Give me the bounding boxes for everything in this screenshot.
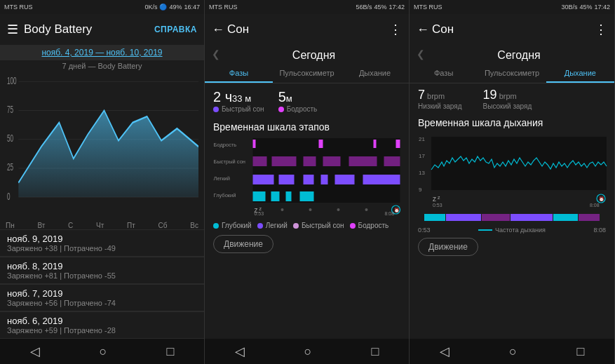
tab-pulse-2[interactable]: Пульсоксиметр: [273, 63, 341, 83]
menu-icon[interactable]: ☰: [7, 22, 18, 37]
nav-bar-2: ◁ ○ □: [205, 339, 409, 364]
battery-2: 45%: [374, 4, 386, 11]
svg-rect-61: [446, 214, 481, 221]
stat1-label: Быстрый сон: [213, 105, 264, 113]
more-button-3[interactable]: ⋮: [595, 22, 607, 37]
legend-light-dot: [257, 223, 263, 229]
svg-text:17: 17: [419, 153, 425, 159]
svg-text:⏰: ⏰: [394, 208, 400, 213]
help-button[interactable]: СПРАВКА: [154, 25, 197, 34]
svg-text:Легкий: Легкий: [214, 175, 231, 182]
list-date-2: нояб. 8, 2019: [7, 261, 197, 271]
top-bar-1: ☰ Body Battery СПРАВКА: [0, 14, 204, 45]
list-item-1[interactable]: нояб. 9, 2019 Заряжено +38 | Потрачено -…: [0, 229, 204, 257]
tab-pulse-3[interactable]: Пульсоксиметр: [478, 63, 546, 83]
list-sub-2: Заряжено +81 | Потрачено -55: [7, 271, 197, 280]
page-title-2: Сон: [227, 22, 389, 36]
legend-rapid-dot: [293, 223, 299, 229]
body-battery-chart: 100 75 50 25 0: [0, 72, 204, 222]
svg-point-41: [281, 208, 284, 211]
time-1: 16:47: [184, 4, 200, 11]
svg-rect-29: [349, 156, 377, 166]
svg-rect-27: [304, 156, 316, 166]
today-row-3: ❮ Сегодня: [410, 45, 614, 63]
svg-rect-33: [374, 140, 377, 148]
stat2-dot: [278, 107, 284, 112]
prev-arrow-3[interactable]: ❮: [414, 48, 428, 60]
recent-nav-1[interactable]: □: [167, 344, 175, 359]
legend-alert-dot: [350, 223, 356, 229]
svg-text:50: 50: [7, 133, 13, 144]
list-date-3: нояб. 7, 2019: [7, 288, 197, 299]
phase-chart: Бодрость Быстрый сон Легкий Глубокий: [205, 135, 409, 219]
svg-rect-22: [321, 175, 328, 184]
carrier-1: MTS RUS: [4, 4, 33, 11]
legend-alert: Бодрость: [350, 222, 389, 229]
section-title-3: Временная шкала дыхания: [410, 114, 614, 131]
svg-text:Быстрый сон: Быстрый сон: [214, 159, 245, 165]
prev-arrow-2[interactable]: ❮: [209, 48, 223, 60]
movement-button-3[interactable]: Движение: [418, 238, 478, 256]
svg-rect-30: [384, 156, 400, 166]
legend-deep: Глубокий: [213, 222, 252, 229]
panel-sleep-breathing: MTS RUS 30B/s 45% 17:42 ← Сон ⋮ ❮ Сегодн…: [410, 0, 615, 364]
speed-1: 0K/s: [144, 4, 157, 11]
svg-text:25: 25: [7, 162, 13, 173]
list-item-3[interactable]: нояб. 7, 2019 Заряжено +56 | Потрачено -…: [0, 284, 204, 311]
svg-rect-19: [253, 175, 274, 184]
stat-rapid-sleep: 2 ч33 м Быстрый сон: [213, 89, 264, 113]
list-sub-1: Заряжено +38 | Потрачено -49: [7, 244, 197, 252]
back-button-3[interactable]: ←: [417, 22, 429, 37]
svg-rect-64: [553, 214, 578, 221]
list-item-2[interactable]: нояб. 8, 2019 Заряжено +81 | Потрачено -…: [0, 257, 204, 284]
svg-text:9: 9: [419, 187, 422, 193]
home-nav-2[interactable]: ○: [304, 344, 312, 359]
recent-nav-3[interactable]: □: [576, 344, 584, 359]
speed-3: 30B/s: [561, 4, 577, 11]
tab-phases-3[interactable]: Фазы: [410, 63, 478, 83]
date-range[interactable]: нояб. 4, 2019 — нояб. 10, 2019: [0, 45, 204, 60]
svg-text:100: 100: [7, 76, 17, 86]
back-nav-3[interactable]: ◁: [440, 344, 450, 359]
list-sub-3: Заряжено +56 | Потрачено -74: [7, 299, 197, 307]
back-button-2[interactable]: ←: [212, 22, 224, 37]
bluetooth-icon-1: 🔵: [159, 4, 167, 11]
panel3-content: ❮ Сегодня Фазы Пульсоксиметр Дыхание 7 b…: [410, 45, 614, 339]
list-date-4: нояб. 6, 2019: [7, 316, 197, 326]
page-title-3: Сон: [432, 22, 595, 36]
battery-3: 45%: [579, 4, 592, 11]
svg-rect-65: [579, 214, 600, 221]
top-bar-3: ← Сон ⋮: [410, 14, 614, 45]
more-button-2[interactable]: ⋮: [389, 22, 402, 37]
svg-rect-26: [272, 156, 297, 166]
nav-bar-3: ◁ ○ □: [410, 339, 614, 364]
speed-2: 56B/s: [356, 4, 372, 11]
home-nav-1[interactable]: ○: [100, 344, 107, 359]
today-row-2: ❮ Сегодня: [205, 45, 409, 63]
svg-text:z: z: [438, 195, 440, 200]
back-nav-2[interactable]: ◁: [235, 344, 245, 359]
today-label-3: Сегодня: [428, 45, 610, 63]
svg-rect-15: [253, 191, 266, 201]
movement-button-2[interactable]: Движение: [213, 235, 273, 253]
status-bar-2: MTS RUS 56B/s 45% 17:42: [205, 0, 409, 14]
high-brpm-value: 19: [483, 88, 497, 102]
recent-nav-2[interactable]: □: [372, 344, 379, 359]
list-item-4[interactable]: нояб. 6, 2019 Заряжено +59 | Потрачено -…: [0, 311, 204, 339]
svg-point-44: [365, 208, 368, 211]
tab-phases-2[interactable]: Фазы: [205, 63, 273, 83]
back-nav-1[interactable]: ◁: [30, 344, 40, 359]
tab-breathing-2[interactable]: Дыхание: [341, 63, 409, 83]
battery-1: 49%: [169, 4, 182, 11]
breathing-legend-line: [478, 229, 492, 231]
page-title-1: Body Battery: [24, 22, 154, 36]
svg-rect-60: [424, 214, 445, 221]
svg-text:z: z: [259, 206, 262, 211]
svg-rect-23: [335, 175, 355, 184]
svg-rect-62: [482, 214, 510, 221]
home-nav-3[interactable]: ○: [509, 344, 517, 359]
breathing-time-row: 0:53 Частота дыхания 8:08: [410, 227, 614, 235]
stat-alertness: 5м Бодрость: [278, 89, 318, 113]
tab-breathing-3[interactable]: Дыхание: [546, 63, 614, 83]
svg-point-42: [309, 208, 312, 211]
